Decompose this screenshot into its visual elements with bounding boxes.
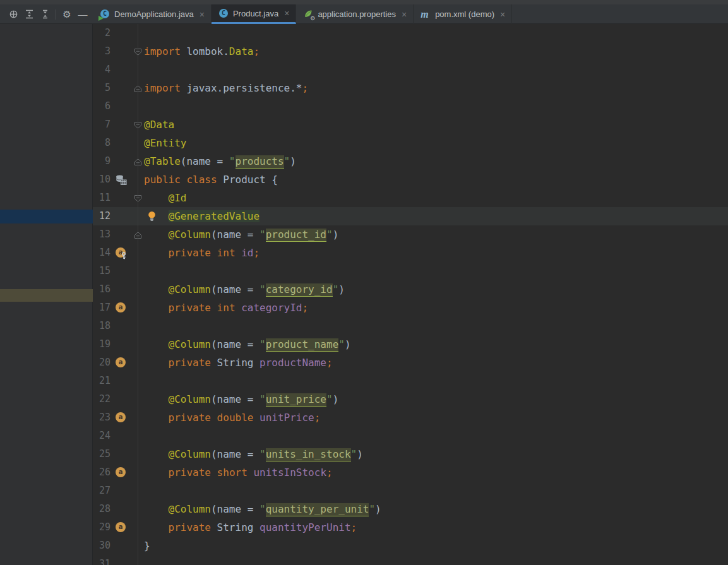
jpa-attribute-icon[interactable]: a — [116, 412, 127, 424]
hide-tool-window-icon[interactable]: — — [78, 9, 88, 20]
code-line-25[interactable]: 25 @Column(name = "units_in_stock") — [93, 445, 728, 463]
code-line-18[interactable]: 18 — [93, 317, 728, 335]
code-line-24[interactable]: 24 — [93, 427, 728, 445]
code-line-26[interactable]: 26a private short unitsInStock; — [93, 463, 728, 482]
jpa-attribute-icon[interactable]: a — [116, 467, 127, 479]
line-number[interactable]: 26 — [93, 463, 110, 482]
code-text: } — [144, 537, 150, 555]
expand-all-icon[interactable] — [24, 9, 34, 20]
line-number[interactable]: 19 — [93, 335, 110, 354]
collapse-all-icon[interactable] — [40, 9, 50, 20]
code-line-30[interactable]: 30} — [93, 537, 728, 555]
jpa-attribute-icon[interactable]: a — [116, 522, 127, 533]
tab-close-icon[interactable]: × — [284, 9, 289, 18]
code-line-22[interactable]: 22 @Column(name = "unit_price") — [93, 390, 728, 408]
code-line-12[interactable]: 12 @GeneratedValue — [93, 207, 728, 225]
structure-tool-window[interactable] — [0, 24, 93, 565]
tab-bar: CDemoApplication.java×CProduct.java×⚙app… — [93, 4, 728, 24]
tab-label: Product.java — [233, 9, 278, 18]
line-number[interactable]: 2 — [93, 24, 110, 42]
line-number[interactable]: 15 — [93, 262, 110, 280]
code-line-16[interactable]: 16 @Column(name = "category_id") — [93, 280, 728, 299]
line-number[interactable]: 4 — [93, 61, 110, 79]
code-line-11[interactable]: 11 @Id — [93, 189, 728, 207]
code-text: private int id; — [144, 244, 260, 262]
line-number[interactable]: 5 — [93, 79, 110, 97]
line-number[interactable]: 8 — [93, 134, 110, 152]
code-text: @Column(name = "units_in_stock") — [144, 445, 363, 463]
line-number[interactable]: 30 — [93, 537, 110, 555]
jpa-entity-icon[interactable] — [116, 174, 127, 186]
line-number[interactable]: 6 — [93, 97, 110, 116]
tab-close-icon[interactable]: × — [500, 10, 505, 19]
line-number[interactable]: 20 — [93, 354, 110, 372]
code-text: @Table(name = "products") — [144, 152, 296, 170]
line-number[interactable]: 16 — [93, 280, 110, 299]
code-text: private short unitsInStock; — [144, 463, 333, 482]
line-number[interactable]: 28 — [93, 500, 110, 518]
line-number[interactable]: 22 — [93, 390, 110, 408]
structure-toolbar: ⚙— — [0, 4, 93, 24]
code-line-19[interactable]: 19 @Column(name = "product_name") — [93, 335, 728, 354]
selected-item-strip-blue[interactable] — [0, 210, 93, 223]
tab-product-java[interactable]: CProduct.java× — [212, 4, 296, 24]
code-line-7[interactable]: 7@Data — [93, 116, 728, 134]
code-line-17[interactable]: 17a private int categoryId; — [93, 299, 728, 317]
code-line-31[interactable]: 31 — [93, 555, 728, 565]
code-line-9[interactable]: 9@Table(name = "products") — [93, 152, 728, 170]
tab-close-icon[interactable]: × — [200, 10, 205, 19]
jpa-attribute-icon-with-key[interactable]: a — [116, 247, 127, 259]
code-line-14[interactable]: 14a private int id; — [93, 244, 728, 262]
highlighted-item-strip-olive[interactable] — [0, 289, 93, 302]
code-line-3[interactable]: 3import lombok.Data; — [93, 42, 728, 61]
code-editor[interactable]: 23import lombok.Data;45import javax.pers… — [93, 24, 728, 565]
maven-icon: m — [421, 9, 431, 20]
attribute-badge: a — [116, 302, 126, 312]
line-number[interactable]: 13 — [93, 225, 110, 244]
code-line-4[interactable]: 4 — [93, 61, 728, 79]
tab-pom-xml-demo[interactable]: mpom.xml (demo)× — [414, 4, 512, 24]
line-number[interactable]: 14 — [93, 244, 110, 262]
code-line-21[interactable]: 21 — [93, 372, 728, 390]
code-line-13[interactable]: 13 @Column(name = "product_id") — [93, 225, 728, 244]
line-number[interactable]: 7 — [93, 116, 110, 134]
line-number[interactable]: 17 — [93, 299, 110, 317]
line-number[interactable]: 10 — [93, 170, 110, 189]
run-overlay-icon — [98, 16, 104, 21]
line-number[interactable]: 31 — [93, 555, 110, 565]
tab-close-icon[interactable]: × — [402, 10, 407, 19]
java-class-icon: C — [219, 9, 228, 18]
line-number[interactable]: 29 — [93, 518, 110, 537]
code-line-5[interactable]: 5import javax.persistence.*; — [93, 79, 728, 97]
config-gear-icon: ⚙ — [310, 15, 315, 21]
settings-gear-icon[interactable]: ⚙ — [62, 9, 72, 20]
line-number[interactable]: 27 — [93, 482, 110, 500]
code-line-2[interactable]: 2 — [93, 24, 728, 42]
always-select-opened-element-icon[interactable] — [8, 9, 18, 20]
workspace: 23import lombok.Data;45import javax.pers… — [0, 24, 728, 565]
code-line-15[interactable]: 15 — [93, 262, 728, 280]
line-number[interactable]: 25 — [93, 445, 110, 463]
line-number[interactable]: 12 — [93, 207, 110, 225]
line-number[interactable]: 23 — [93, 408, 110, 427]
line-number[interactable]: 18 — [93, 317, 110, 335]
tab-demoapplication-java[interactable]: CDemoApplication.java× — [93, 4, 212, 24]
code-line-20[interactable]: 20a private String productName; — [93, 354, 728, 372]
code-line-27[interactable]: 27 — [93, 482, 728, 500]
editor-header: ⚙— CDemoApplication.java×CProduct.java×⚙… — [0, 0, 728, 24]
line-number[interactable]: 9 — [93, 152, 110, 170]
code-line-29[interactable]: 29a private String quantityPerUnit; — [93, 518, 728, 537]
jpa-attribute-icon[interactable]: a — [116, 302, 127, 314]
line-number[interactable]: 3 — [93, 42, 110, 61]
code-line-23[interactable]: 23a private double unitPrice; — [93, 408, 728, 427]
line-number[interactable]: 24 — [93, 427, 110, 445]
code-line-10[interactable]: 10public class Product { — [93, 170, 728, 189]
code-line-6[interactable]: 6 — [93, 97, 728, 116]
line-number[interactable]: 21 — [93, 372, 110, 390]
code-line-28[interactable]: 28 @Column(name = "quantity_per_unit") — [93, 500, 728, 518]
code-line-8[interactable]: 8@Entity — [93, 134, 728, 152]
code-text: @Column(name = "product_id") — [144, 225, 338, 244]
tab-application-properties[interactable]: ⚙application.properties× — [296, 4, 414, 24]
jpa-attribute-icon[interactable]: a — [116, 357, 127, 369]
line-number[interactable]: 11 — [93, 189, 110, 207]
